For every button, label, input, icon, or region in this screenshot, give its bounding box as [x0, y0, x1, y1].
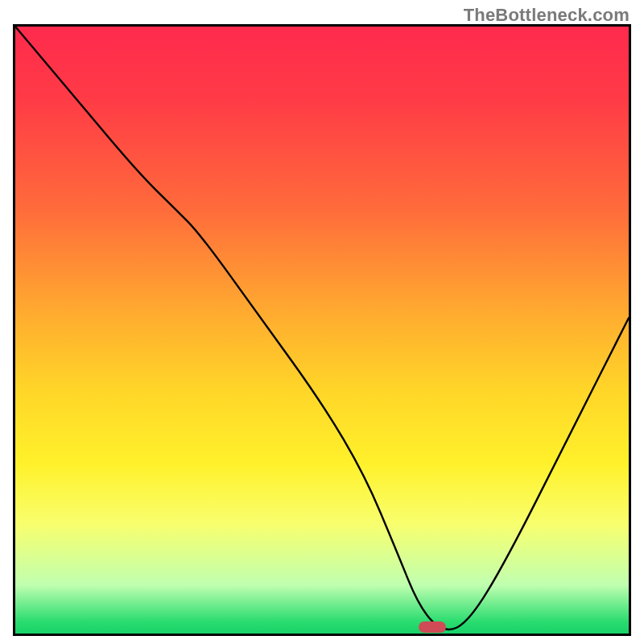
curve-path — [15, 27, 629, 630]
chart-plot-area — [13, 24, 631, 636]
watermark-text: TheBottleneck.com — [464, 5, 630, 26]
bottleneck-curve — [15, 27, 629, 634]
optimal-point-marker — [419, 621, 446, 633]
